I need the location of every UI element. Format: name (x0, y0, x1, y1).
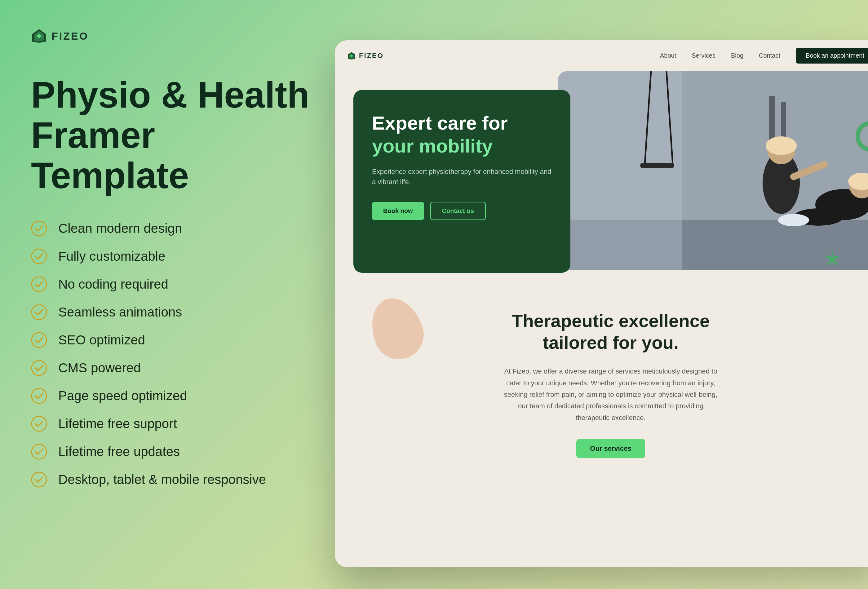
svg-point-10 (32, 416, 46, 431)
left-panel: FIZEO Physio & Health Framer Template Cl… (0, 0, 341, 589)
svg-point-6 (32, 305, 46, 320)
logo: FIZEO (31, 28, 310, 44)
feature-text-5: SEO optimized (58, 333, 145, 347)
check-icon-9 (31, 444, 47, 460)
check-icon-10 (31, 471, 47, 488)
feature-text-1: Clean modern design (58, 221, 182, 236)
nav-contact[interactable]: Contact (759, 52, 780, 59)
nav-about[interactable]: About (660, 52, 676, 59)
contact-us-button[interactable]: Contact us (430, 202, 486, 220)
check-icon-2 (31, 248, 47, 264)
feature-text-3: No coding required (58, 277, 168, 292)
browser-nav-links: About Services Blog Contact Book an appo… (660, 48, 868, 63)
check-icon-4 (31, 304, 47, 320)
browser-logo-text: FIZEO (359, 52, 384, 60)
svg-point-11 (32, 444, 46, 459)
svg-point-32 (778, 214, 809, 226)
svg-rect-21 (640, 163, 674, 168)
svg-point-12 (32, 472, 46, 487)
hero-card-subtitle: Experience expert physiotherapy for enha… (372, 167, 552, 187)
about-title: Therapeutic excellence tailored for you. (378, 310, 843, 353)
svg-rect-18 (558, 71, 682, 270)
logo-text: FIZEO (52, 30, 89, 42)
hero-accent-text: your mobility (372, 135, 493, 156)
browser-mockup-container: FIZEO About Services Blog Contact Book a… (335, 40, 868, 567)
our-services-button[interactable]: Our services (576, 439, 645, 458)
feature-text-9: Lifetime free updates (58, 444, 180, 459)
gym-background (558, 71, 868, 270)
about-section: Therapeutic excellence tailored for you.… (335, 282, 868, 486)
svg-point-26 (766, 136, 797, 155)
feature-text-2: Fully customizable (58, 249, 165, 264)
feature-item-3: No coding required (31, 276, 310, 292)
feature-item-9: Lifetime free updates (31, 444, 310, 460)
about-body: At Fizeo, we offer a diverse range of se… (502, 366, 719, 424)
feature-item-4: Seamless animations (31, 304, 310, 320)
nav-blog[interactable]: Blog (731, 52, 743, 59)
deco-star (822, 248, 843, 270)
hero-title: Physio & Health Framer Template (31, 75, 310, 196)
feature-text-6: CMS powered (58, 360, 141, 375)
svg-point-7 (32, 333, 46, 347)
browser-logo-icon (347, 52, 356, 60)
feature-item-1: Clean modern design (31, 220, 310, 236)
browser-navbar: FIZEO About Services Blog Contact Book a… (335, 40, 868, 71)
svg-point-3 (32, 221, 46, 236)
check-icon-7 (31, 388, 47, 404)
nav-services[interactable]: Services (692, 52, 716, 59)
check-icon-3 (31, 276, 47, 292)
feature-item-10: Desktop, tablet & mobile responsive (31, 471, 310, 488)
svg-point-9 (32, 388, 46, 403)
svg-point-8 (32, 360, 46, 375)
feature-item-6: CMS powered (31, 360, 310, 376)
feature-text-10: Desktop, tablet & mobile responsive (58, 472, 266, 487)
browser-logo: FIZEO (347, 52, 384, 60)
check-icon-6 (31, 360, 47, 376)
svg-point-4 (32, 249, 46, 264)
feature-text-7: Page speed optimized (58, 388, 187, 403)
features-list: Clean modern design Fully customizable N… (31, 220, 310, 488)
browser-hero-section: Expert care for your mobility Experience… (335, 71, 868, 282)
nav-cta-button[interactable]: Book an appointment (796, 48, 868, 63)
feature-text-4: Seamless animations (58, 305, 182, 320)
feature-item-2: Fully customizable (31, 248, 310, 264)
feature-item-8: Lifetime free support (31, 416, 310, 432)
feature-text-8: Lifetime free support (58, 416, 177, 431)
check-icon-8 (31, 416, 47, 432)
feature-item-5: SEO optimized (31, 332, 310, 348)
browser-mockup: FIZEO About Services Blog Contact Book a… (335, 40, 868, 567)
hero-image (558, 71, 868, 270)
feature-item-7: Page speed optimized (31, 388, 310, 404)
check-icon-1 (31, 220, 47, 236)
hero-buttons: Book now Contact us (372, 202, 552, 220)
deco-peach-shape (363, 291, 431, 366)
logo-icon (31, 28, 47, 44)
hero-card-title: Expert care for your mobility (372, 112, 552, 158)
svg-point-5 (32, 277, 46, 292)
book-now-button[interactable]: Book now (372, 202, 424, 220)
hero-card: Expert care for your mobility Experience… (353, 90, 570, 273)
check-icon-5 (31, 332, 47, 348)
